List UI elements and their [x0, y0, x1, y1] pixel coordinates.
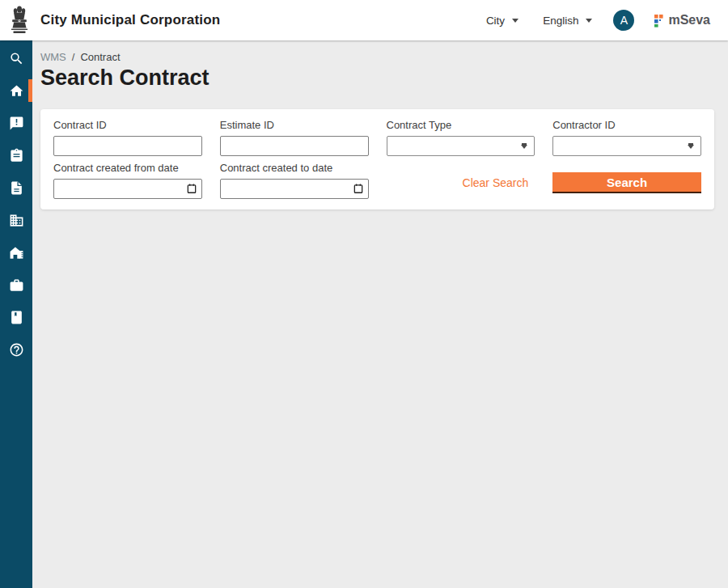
field-created-from-date: Contract created from date — [53, 162, 202, 199]
field-contract-id: Contract ID — [53, 119, 202, 156]
search-icon — [9, 51, 24, 66]
complaints-icon — [9, 116, 24, 131]
contract-type-label: Contract Type — [387, 119, 535, 132]
app-title: City Municipal Corporation — [40, 12, 220, 28]
city-selector[interactable]: City — [486, 15, 518, 27]
search-form-card: Contract ID Estimate ID Contract Type — [40, 109, 714, 209]
clipboard-icon — [9, 148, 24, 163]
brand-logo: mSeva — [654, 13, 710, 27]
building-icon — [9, 213, 24, 228]
dropdown-arrow-icon — [521, 145, 527, 149]
sidebar-item-work[interactable] — [0, 269, 32, 301]
sidebar-item-ledger[interactable] — [0, 301, 32, 333]
created-to-date-input[interactable] — [220, 179, 369, 199]
breadcrumb-separator: / — [72, 51, 75, 63]
header-actions: City English A mSeva — [486, 10, 710, 31]
sidebar-item-clipboard[interactable] — [0, 139, 32, 171]
brand-name: mSeva — [668, 13, 710, 27]
clear-search-cell: Clear Search — [387, 162, 535, 199]
contract-type-select[interactable] — [387, 136, 535, 156]
main-content: WMS / Contract Search Contract Contract … — [32, 40, 728, 588]
contract-id-label: Contract ID — [53, 119, 202, 132]
national-emblem-logo — [8, 5, 31, 36]
estimate-id-label: Estimate ID — [220, 119, 369, 132]
sidebar-item-organization[interactable] — [0, 204, 32, 236]
chevron-down-icon — [512, 19, 518, 23]
estimate-id-input[interactable] — [220, 136, 369, 156]
field-contractor-id: Contractor ID — [552, 119, 701, 156]
breadcrumb-current: Contract — [80, 51, 120, 63]
top-header: City Municipal Corporation City English … — [0, 0, 728, 40]
created-from-date-input[interactable] — [53, 179, 202, 199]
document-icon — [9, 180, 24, 196]
active-indicator — [28, 79, 32, 102]
search-form: Contract ID Estimate ID Contract Type — [53, 119, 701, 199]
language-selector-label: English — [543, 15, 578, 27]
home-icon — [9, 83, 24, 99]
field-contract-type: Contract Type — [387, 119, 535, 156]
property-icon — [9, 245, 24, 260]
breadcrumb: WMS / Contract — [40, 51, 714, 63]
brand-icon — [654, 14, 665, 27]
ledger-icon — [9, 310, 24, 325]
sidebar-item-documents[interactable] — [0, 171, 32, 204]
city-selector-label: City — [486, 15, 505, 27]
contract-id-input[interactable] — [53, 136, 202, 156]
user-avatar[interactable]: A — [613, 10, 634, 31]
field-estimate-id: Estimate ID — [220, 119, 369, 156]
sidebar-nav — [0, 40, 32, 588]
sidebar-item-complaints[interactable] — [0, 107, 32, 139]
sidebar-item-search[interactable] — [0, 42, 32, 74]
sidebar-item-help[interactable] — [0, 333, 32, 366]
sidebar-item-home[interactable] — [0, 74, 32, 107]
created-to-date-label: Contract created to date — [220, 162, 369, 175]
contractor-id-label: Contractor ID — [552, 119, 701, 132]
dropdown-arrow-icon — [688, 145, 694, 149]
search-button[interactable]: Search — [552, 172, 701, 193]
breadcrumb-module[interactable]: WMS — [40, 51, 66, 63]
page-title: Search Contract — [40, 66, 714, 91]
briefcase-icon — [9, 277, 24, 293]
search-button-cell: Search — [552, 162, 701, 199]
contractor-id-select[interactable] — [552, 136, 701, 156]
clear-search-link[interactable]: Clear Search — [463, 176, 529, 189]
sidebar-item-property[interactable] — [0, 236, 32, 269]
field-created-to-date: Contract created to date — [220, 162, 369, 199]
avatar-letter: A — [620, 14, 628, 27]
help-icon — [9, 342, 24, 357]
created-from-date-label: Contract created from date — [53, 162, 202, 175]
language-selector[interactable]: English — [543, 15, 592, 27]
chevron-down-icon — [586, 19, 592, 23]
